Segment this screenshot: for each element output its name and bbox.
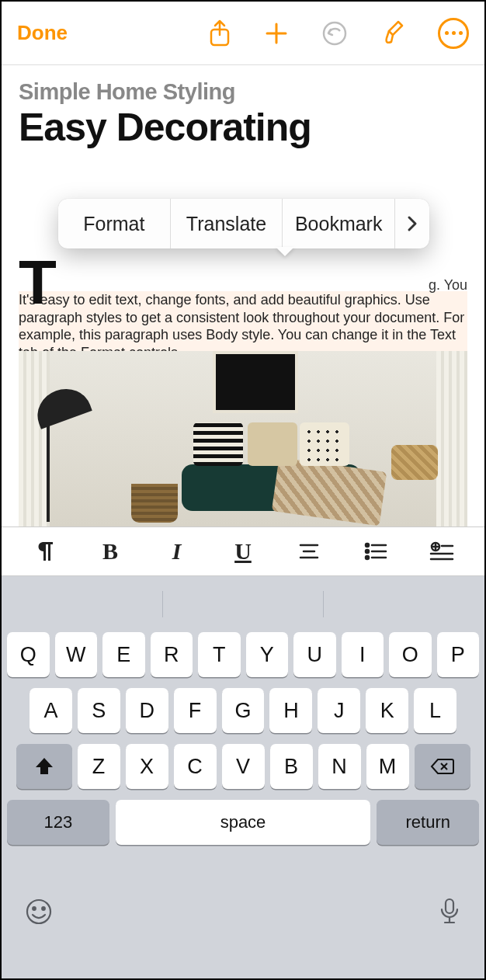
key-i[interactable]: I <box>342 632 384 677</box>
more-icon[interactable] <box>438 18 469 49</box>
key-a[interactable]: A <box>30 688 72 733</box>
key-q[interactable]: Q <box>7 632 50 677</box>
svg-point-6 <box>27 900 50 923</box>
popover-bookmark[interactable]: Bookmark <box>283 199 395 248</box>
key-t[interactable]: T <box>198 632 241 677</box>
key-o[interactable]: O <box>389 632 432 677</box>
key-p[interactable]: P <box>437 632 480 677</box>
share-icon[interactable] <box>208 19 231 47</box>
shift-key[interactable] <box>16 744 72 789</box>
format-bar: B I U <box>2 526 484 576</box>
key-w[interactable]: W <box>55 632 98 677</box>
prediction-separator <box>323 591 324 617</box>
done-button[interactable]: Done <box>17 21 68 45</box>
key-row-4: 123 space return <box>2 800 484 845</box>
italic-button[interactable]: I <box>160 538 194 565</box>
key-d[interactable]: D <box>126 688 168 733</box>
key-r[interactable]: R <box>151 632 193 677</box>
key-z[interactable]: Z <box>78 744 120 789</box>
popover-format[interactable]: Format <box>58 199 171 248</box>
bold-button[interactable]: B <box>93 538 127 565</box>
underline-button[interactable]: U <box>226 538 260 565</box>
key-s[interactable]: S <box>78 688 120 733</box>
undo-icon[interactable] <box>321 20 348 47</box>
key-m[interactable]: M <box>366 744 409 789</box>
list-icon[interactable] <box>359 542 393 561</box>
keyboard-bottom-row <box>2 856 484 978</box>
svg-rect-9 <box>446 899 453 913</box>
key-h[interactable]: H <box>269 688 312 733</box>
key-row-3: Z X C V B N M <box>2 744 484 789</box>
key-x[interactable]: X <box>126 744 168 789</box>
context-menu-popover: Format Translate Bookmark <box>58 199 429 248</box>
svg-point-1 <box>324 23 345 44</box>
key-b[interactable]: B <box>270 744 313 789</box>
space-key[interactable]: space <box>116 800 371 845</box>
insert-icon[interactable] <box>425 541 459 561</box>
dictation-icon[interactable] <box>438 897 461 926</box>
key-c[interactable]: C <box>174 744 217 789</box>
svg-point-8 <box>42 907 45 910</box>
paintbrush-icon[interactable] <box>380 19 405 47</box>
svg-point-7 <box>33 907 36 910</box>
key-row-2: A S D F G H J K L <box>2 688 484 733</box>
svg-point-3 <box>366 550 369 553</box>
key-v[interactable]: V <box>222 744 265 789</box>
svg-point-4 <box>366 556 369 559</box>
doc-subtitle[interactable]: Simple Home Styling <box>19 79 467 105</box>
popover-translate[interactable]: Translate <box>171 199 283 248</box>
key-l[interactable]: L <box>414 688 456 733</box>
key-e[interactable]: E <box>102 632 145 677</box>
backspace-key[interactable] <box>415 744 470 789</box>
return-key[interactable]: return <box>377 800 479 845</box>
key-u[interactable]: U <box>293 632 336 677</box>
popover-more-icon[interactable] <box>395 199 429 248</box>
dropcap[interactable]: T <box>19 252 57 314</box>
key-n[interactable]: N <box>318 744 361 789</box>
plus-icon[interactable] <box>264 21 289 46</box>
numbers-key[interactable]: 123 <box>7 800 109 845</box>
top-toolbar: Done <box>2 2 484 65</box>
key-j[interactable]: J <box>318 688 360 733</box>
keyboard: Q W E R T Y U I O P A S D F G H J K L Z … <box>2 576 484 978</box>
align-icon[interactable] <box>292 542 326 561</box>
text-fragment-right: g. You <box>429 277 467 294</box>
key-f[interactable]: F <box>174 688 217 733</box>
paragraph-style-icon[interactable] <box>27 540 61 563</box>
prediction-bar <box>2 576 484 632</box>
svg-point-2 <box>366 544 369 547</box>
key-k[interactable]: K <box>366 688 408 733</box>
doc-title[interactable]: Easy Decorating <box>19 105 467 150</box>
document-image[interactable] <box>19 351 467 526</box>
prediction-separator <box>162 591 163 617</box>
key-y[interactable]: Y <box>246 632 289 677</box>
key-row-1: Q W E R T Y U I O P <box>2 632 484 677</box>
key-g[interactable]: G <box>222 688 265 733</box>
toolbar-actions <box>208 18 469 49</box>
emoji-icon[interactable] <box>25 898 53 926</box>
